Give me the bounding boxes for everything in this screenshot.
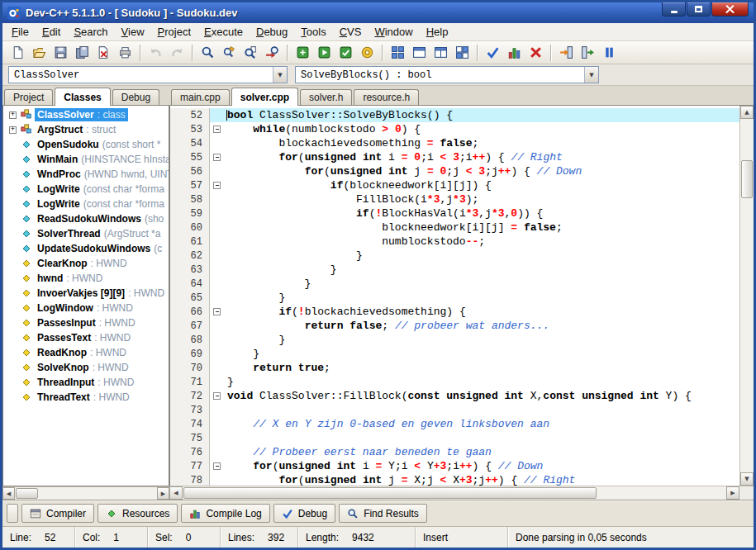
tree-item-solverthread[interactable]: SolverThread(ArgStruct *a <box>3 226 169 241</box>
code-line-77[interactable]: 77 for(unsigned int i = Y;i < Y+3;i++) {… <box>170 459 739 473</box>
tree-item-opensudoku[interactable]: OpenSudoku(const short * <box>3 137 169 152</box>
scrollbar-track[interactable] <box>740 119 754 472</box>
tab-resource-h[interactable]: resource.h <box>354 89 419 105</box>
tree-item-winmain[interactable]: WinMain(HINSTANCE hInsta <box>3 152 169 167</box>
code-line-66[interactable]: 66 if(!blockachievedsomething) { <box>170 305 739 319</box>
fold-collapse-icon[interactable] <box>213 308 221 315</box>
line-number[interactable]: 56 <box>170 164 210 178</box>
menu-execute[interactable]: Execute <box>197 24 250 40</box>
editor-vscrollbar[interactable]: ▲ ▼ <box>739 106 754 486</box>
titlebar[interactable]: Dev-C++ 5.1.1.0 - [ Sudoku ] - Sudoku.de… <box>2 2 754 23</box>
tree-item-logwindow[interactable]: LogWindow: HWND <box>3 301 169 315</box>
find-button[interactable] <box>197 43 218 63</box>
compile-button[interactable] <box>292 43 313 63</box>
tree-item-hwnd[interactable]: hwnd: HWND <box>3 271 169 286</box>
bottom-tab-debug[interactable]: Debug <box>273 504 335 523</box>
code-line-52[interactable]: 52bool ClassSolver::SolveByBlocks() { <box>170 108 739 122</box>
line-number[interactable]: 70 <box>170 361 210 375</box>
code-line-78[interactable]: 78 for(unsigned int j = X;j < X+3;j++) {… <box>170 473 739 486</box>
code-line-71[interactable]: 71} <box>170 375 739 389</box>
code-line-55[interactable]: 55 for(unsigned int i = 0;i < 3;i++) { /… <box>170 150 739 164</box>
code-line-72[interactable]: 72void ClassSolver::FillBlock(const unsi… <box>170 389 739 403</box>
tree-item-invoervakjes-9-9[interactable]: InvoerVakjes [9][9]: HWND <box>3 286 169 301</box>
undo-button[interactable] <box>145 43 166 63</box>
line-number[interactable]: 75 <box>170 431 210 445</box>
line-number[interactable]: 69 <box>170 347 210 361</box>
tree-item-threadinput[interactable]: ThreadInput: HWND <box>3 375 169 390</box>
fold-collapse-icon[interactable] <box>213 462 221 470</box>
scroll-right-button[interactable]: ▶ <box>157 487 169 500</box>
menu-tools[interactable]: Tools <box>294 24 332 40</box>
tree-item-updatesudokuwindows[interactable]: UpdateSudokuWindows(c <box>3 241 169 256</box>
class-selector-dropdown-button[interactable]: ▼ <box>273 67 287 83</box>
line-number[interactable]: 55 <box>170 150 210 164</box>
compile-run-button[interactable] <box>335 43 356 63</box>
tree-item-logwrite[interactable]: LogWrite(const char *forma <box>3 197 169 211</box>
bottom-tab-compile-log[interactable]: Compile Log <box>181 504 269 523</box>
grid-button[interactable] <box>387 43 408 63</box>
line-number[interactable]: 67 <box>170 319 210 333</box>
exit-door-button[interactable] <box>577 43 598 63</box>
profile-button[interactable] <box>503 43 525 63</box>
scrollbar-thumb[interactable] <box>183 487 597 499</box>
tree-item-passesinput[interactable]: PassesInput: HWND <box>3 315 169 330</box>
tree-item-threadtext[interactable]: ThreadText: HWND <box>3 390 169 405</box>
tree-item-classsolver[interactable]: +ClassSolver: class <box>3 107 169 122</box>
line-number[interactable]: 66 <box>170 305 210 319</box>
line-number[interactable]: 65 <box>170 291 210 305</box>
code-line-60[interactable]: 60 blockneedwork[i][j] = false; <box>170 220 739 235</box>
redo-button[interactable] <box>166 43 188 63</box>
tab-main-cpp[interactable]: main.cpp <box>171 89 230 105</box>
code-line-68[interactable]: 68 } <box>170 333 739 347</box>
tiles-button[interactable] <box>451 43 473 63</box>
class-selector-combo[interactable]: ClassSolver ▼ <box>8 66 288 83</box>
syntax-check-button[interactable] <box>482 43 503 63</box>
line-number[interactable]: 54 <box>170 136 210 150</box>
fold-collapse-icon[interactable] <box>213 154 221 161</box>
code-line-74[interactable]: 74 // X en Y zijn 0-based en geven links… <box>170 417 739 431</box>
tab-project[interactable]: Project <box>4 89 53 105</box>
code-line-63[interactable]: 63 } <box>170 263 739 277</box>
line-number[interactable]: 78 <box>170 473 210 486</box>
code-line-76[interactable]: 76 // Probeer eerst naar beneden te gaan <box>170 445 739 459</box>
code-line-75[interactable]: 75 <box>170 431 739 445</box>
scroll-down-button[interactable]: ▼ <box>740 472 754 486</box>
code-line-57[interactable]: 57 if(blockneedwork[i][j]) { <box>170 178 739 192</box>
bottom-tab-find-results[interactable]: Find Results <box>339 504 427 523</box>
code-line-54[interactable]: 54 blockachievedsomething = false; <box>170 136 739 150</box>
line-number[interactable]: 53 <box>170 122 210 136</box>
code-line-64[interactable]: 64 } <box>170 277 739 291</box>
tree-item-readknop[interactable]: ReadKnop: HWND <box>3 345 169 360</box>
code-line-59[interactable]: 59 if(!BlockHasVal(i*3,j*3,0)) { <box>170 206 739 220</box>
rebuild-button[interactable] <box>356 43 378 63</box>
fold-collapse-icon[interactable] <box>213 392 221 400</box>
scroll-left-button[interactable]: ◀ <box>2 487 15 500</box>
minimize-button[interactable] <box>662 2 686 17</box>
close-file-button[interactable] <box>93 43 114 63</box>
code-line-67[interactable]: 67 return false; // probeer wat anders..… <box>170 319 739 333</box>
panel-grip[interactable] <box>7 504 18 523</box>
line-number[interactable]: 62 <box>170 249 210 263</box>
scroll-left-button[interactable]: ◀ <box>169 486 183 500</box>
code-line-62[interactable]: 62 } <box>170 249 739 263</box>
tree-item-clearknop[interactable]: ClearKnop: HWND <box>3 256 169 271</box>
scrollbar-thumb[interactable] <box>741 160 753 198</box>
line-number[interactable]: 63 <box>170 263 210 277</box>
code-line-56[interactable]: 56 for(unsigned int j = 0;j < 3;j++) { /… <box>170 164 739 178</box>
member-selector-combo[interactable]: SolveByBlocks() : bool ▼ <box>295 66 599 83</box>
line-number[interactable]: 59 <box>170 206 210 220</box>
tab-solver-h[interactable]: solver.h <box>300 89 352 105</box>
code-line-73[interactable]: 73 <box>170 403 739 417</box>
tree-item-solveknop[interactable]: SolveKnop: HWND <box>3 360 169 375</box>
scrollbar-track[interactable] <box>183 486 726 500</box>
menu-search[interactable]: Search <box>67 24 114 40</box>
left-panel-hscrollbar[interactable]: ◀ ▶ <box>2 486 169 500</box>
code-line-53[interactable]: 53 while(numblockstodo > 0) { <box>170 122 739 136</box>
line-number[interactable]: 74 <box>170 417 210 431</box>
bottom-tab-compiler[interactable]: Compiler <box>21 504 94 523</box>
save-button[interactable] <box>50 43 71 63</box>
line-number[interactable]: 73 <box>170 403 210 417</box>
menu-help[interactable]: Help <box>420 24 455 40</box>
menu-edit[interactable]: Edit <box>36 24 67 40</box>
enter-door-button[interactable] <box>555 43 577 63</box>
